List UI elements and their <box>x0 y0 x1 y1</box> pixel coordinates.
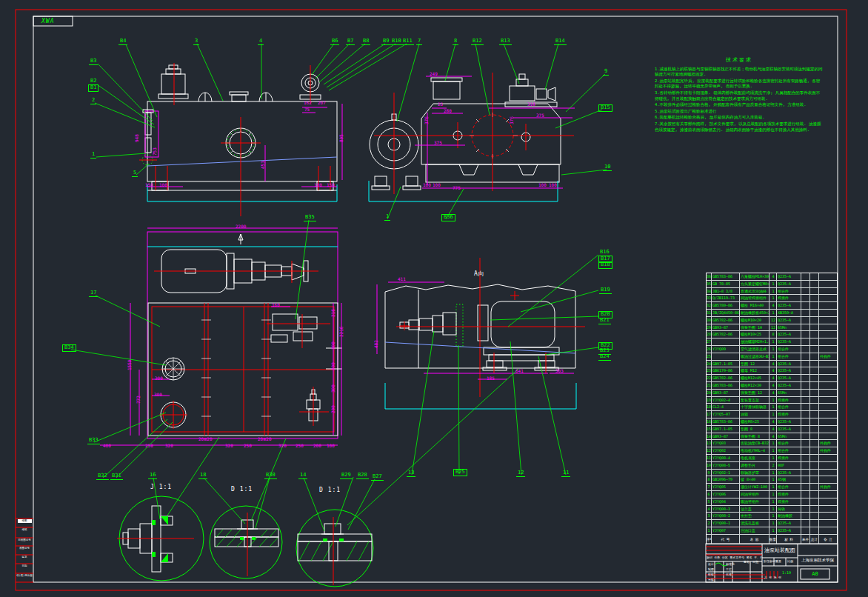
bom-name: 密封垫 <box>740 513 769 519</box>
bom-unit-weight <box>801 295 810 301</box>
bom-total-weight <box>810 273 819 280</box>
bom-remark <box>819 411 837 418</box>
bom-row: 15 GB97.1—85 垫圈 8 4 Q235—A <box>707 426 837 433</box>
view-label: D 1:1 <box>231 487 253 493</box>
revision-header: 标记 处数 分区 更改文件号 签名 年、月、日 <box>707 556 761 560</box>
dimension-text: 20Ⅲ20 <box>258 437 272 441</box>
strip-row-label: 借(通)用件登记 <box>16 574 33 577</box>
dimension-text: 482 <box>374 340 378 348</box>
stage-label: 阶段标记 <box>764 560 775 564</box>
part-callout: B13 <box>499 39 512 45</box>
part-callout: 16 <box>148 473 157 479</box>
dimension-text: 376 <box>424 116 429 124</box>
role-label: 标准化 <box>726 563 735 567</box>
bom-row: 11 YJYQ08—4 电机底座 1 焊接件 <box>707 455 837 462</box>
part-callout: 8 <box>453 39 458 45</box>
bom-code: YJYQ02—4 <box>712 397 740 404</box>
front-view <box>139 63 342 216</box>
bom-unit-weight <box>801 433 810 440</box>
bom-row: 12 YJYQ02 电动机Y90L—4 1 组合件 外购件 <box>707 447 837 455</box>
part-callout: B27 <box>371 474 384 481</box>
dimension-text: 375 <box>434 141 442 145</box>
bom-no: 5 <box>707 498 712 505</box>
bom-no: 16 <box>707 418 712 425</box>
cad-drawing-page: { "colors":{"background":"#232931","line… <box>0 0 868 597</box>
bom-row: 3 YJYQ08—2 密封垫 1 耐油橡胶 <box>707 513 837 520</box>
bom-code <box>712 353 740 360</box>
bom-no: 8 <box>707 476 712 483</box>
bom-remark <box>819 418 837 425</box>
bom-unit-weight <box>801 426 810 433</box>
bom-material: Q235—A <box>777 375 801 381</box>
dimension-text: 400 <box>103 444 111 448</box>
bom-unit-weight <box>801 390 810 396</box>
bom-no: 22 <box>707 375 712 381</box>
bom-total-weight <box>810 418 819 425</box>
dimension-text: 805 <box>339 134 344 142</box>
bom-code: GB93—87 <box>712 324 740 331</box>
bom-material: Q235—A <box>777 273 801 280</box>
dimension-text: 753 <box>153 147 157 156</box>
bom-remark <box>819 273 837 280</box>
bom-qty: 1 <box>769 353 777 360</box>
bom-remark <box>819 433 837 440</box>
dimension-text: 320 <box>225 444 233 448</box>
role-label: 日期 <box>752 561 758 564</box>
bom-row: 2 YJYQ08—1 清洗孔盖板 1 Q235—A <box>707 520 837 527</box>
bom-unit-weight <box>801 346 810 353</box>
bom-name: 弹簧垫圈 12 <box>740 390 769 396</box>
bom-row: 14 GB93—87 弹簧垫圈 8 4 65Mn <box>707 433 837 441</box>
bom-no: 2 <box>707 520 712 527</box>
strip-row-label: 旧底图总号 <box>16 538 33 541</box>
bom-row: 25 吸油过滤器XU—B32 1 组合件 外购件 <box>707 353 837 361</box>
bom-row: 22 GB5782—86 螺栓M12×45 4 Q235—A <box>707 375 837 382</box>
bom-remark <box>819 426 837 433</box>
dimension-text: 300 <box>331 384 335 393</box>
bom-total-weight <box>810 302 819 309</box>
bom-unit-weight <box>801 476 810 483</box>
leader-lines <box>71 44 607 531</box>
bom-no: 9 <box>707 470 712 476</box>
note-line: 7.其余按照有关零部件图样, 技术文件要求, 以及总装配的各项技术要求进行组装.… <box>655 121 824 133</box>
bom-name: 螺栓M12×30 <box>740 382 769 389</box>
bom-total-weight <box>810 513 819 519</box>
bom-unit-weight <box>801 353 810 360</box>
bom-row: 30 GB5782—86 螺栓M10×20 12 Q235—A <box>707 317 837 324</box>
bom-material: 焊接件 <box>777 295 801 301</box>
part-callout: 14 <box>298 473 307 479</box>
bom-material: Q235—A <box>777 367 801 374</box>
bom-material: Q235—A <box>777 426 801 433</box>
bom-code: YJYQ08—5 <box>712 462 740 469</box>
note-line: 1.减速机轴上的联轴器与泵轴联轴器找正不许差；电动机与油泵联轴器安装时须达到规定… <box>655 67 824 78</box>
bom-name: 调整垫片 <box>740 462 769 469</box>
strip-row-label: 描校 <box>16 528 33 531</box>
bom-unit-weight <box>801 273 810 280</box>
dimension-text: 216 <box>331 309 335 317</box>
bom-remark <box>819 361 837 367</box>
bom-material: 焊接件 <box>777 397 801 404</box>
bom-no: 30 <box>707 317 712 324</box>
bom-material: 组合件 <box>777 484 801 490</box>
bom-code: GB1096—79 <box>712 476 740 483</box>
dimension-text: 100 <box>423 183 431 187</box>
bom-total-weight <box>810 281 819 287</box>
bom-name: 垫圈 8 <box>740 426 769 433</box>
bom-qty: 4 <box>769 418 777 425</box>
role-label: 校核 <box>708 573 714 577</box>
bom-material: Q235—A <box>777 281 801 287</box>
bom-name: 螺栓M8×25 <box>740 418 769 425</box>
bom-header-name: 名 称 <box>740 535 769 544</box>
dimension-text: 200 <box>331 362 335 370</box>
dimension-text: 453 <box>261 161 265 169</box>
bom-qty: 4 <box>769 433 777 440</box>
bom-name: 泵装置支架 <box>740 397 769 404</box>
bom-remark <box>819 476 837 483</box>
bom-name: 弹簧垫圈 8 <box>740 433 769 440</box>
bom-qty: 4 <box>769 273 777 280</box>
dimension-text: 250 <box>244 444 252 448</box>
part-callout: B3 <box>89 59 98 65</box>
bom-qty: 4 <box>769 375 777 381</box>
part-callout: 7 <box>416 39 422 45</box>
bom-row: 1 YJYQ07 注油口盖 1 Q235—A <box>707 527 837 535</box>
bom-code: GB6170—86 <box>712 367 740 374</box>
